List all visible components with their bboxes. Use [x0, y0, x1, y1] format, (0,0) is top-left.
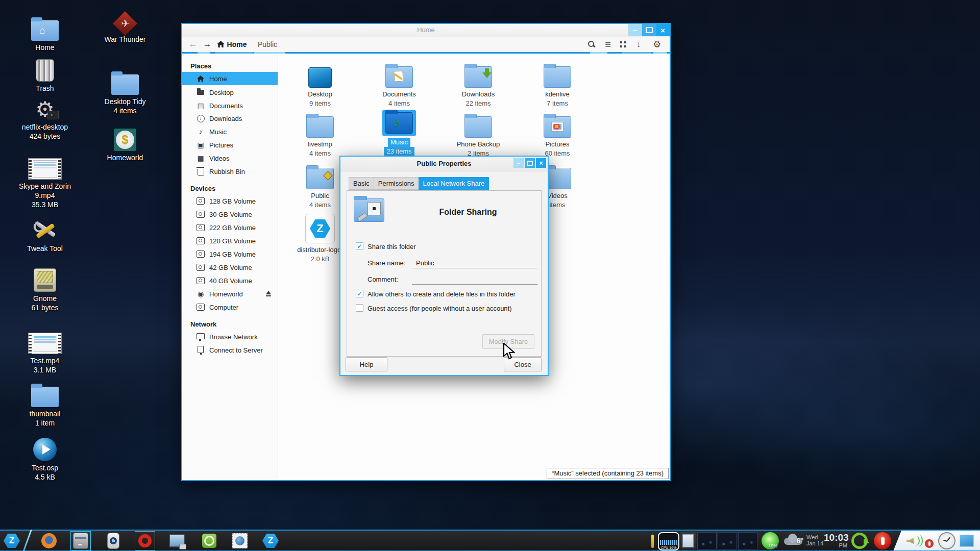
share-name-input[interactable]: Public: [416, 259, 434, 267]
desktop-icon-homeworld[interactable]: $ Homeworld: [87, 124, 163, 162]
file-livestmp[interactable]: livestmp 4 items: [287, 112, 353, 158]
sidebar-item-desktop[interactable]: Desktop: [182, 86, 278, 99]
window-thumbnail[interactable]: [680, 532, 696, 549]
folder-icon: [111, 74, 139, 95]
sidebar-item-videos[interactable]: ▦ Videos: [182, 152, 278, 165]
modify-share-button[interactable]: Modify Share: [482, 334, 534, 349]
desktop-icon-gnome[interactable]: Gnome 61 bytes: [7, 265, 83, 312]
sidebar-item-volume-42[interactable]: 42 GB Volume: [182, 261, 278, 274]
window-title: Home: [182, 26, 670, 34]
taskbar-zorin-app[interactable]: Z: [262, 532, 279, 549]
taskbar-opera[interactable]: [136, 532, 154, 549]
sidebar-item-volume-128[interactable]: 128 GB Volume: [182, 194, 278, 208]
grid-view-button[interactable]: [617, 37, 630, 52]
battery-indicator[interactable]: 16%: [762, 532, 779, 549]
logout-button[interactable]: [851, 533, 868, 549]
taskbar-firefox[interactable]: [40, 532, 58, 549]
fm-titlebar[interactable]: Home – ×: [182, 24, 670, 37]
file-manager-icon: [73, 533, 88, 549]
pencil-widget-icon[interactable]: [651, 535, 654, 548]
sidebar-item-pictures[interactable]: ▣ Pictures: [182, 138, 278, 152]
list-view-button[interactable]: ≡: [601, 37, 615, 52]
workspace-3[interactable]: [718, 532, 737, 549]
cpu-monitor-widget[interactable]: CPU 16%: [658, 532, 679, 550]
eject-icon[interactable]: [264, 290, 273, 298]
workspace-2[interactable]: [697, 532, 717, 549]
back-button[interactable]: ←: [186, 37, 200, 52]
sidebar-item-computer[interactable]: Computer: [182, 300, 278, 314]
show-desktop-button[interactable]: [960, 535, 974, 547]
desktop-icon-test-mp4[interactable]: Test.mp4 3.1 MB: [7, 328, 83, 374]
file-kdenlive[interactable]: kdenlive 7 items: [524, 62, 591, 108]
sidebar-item-documents[interactable]: ▤ Documents: [182, 99, 278, 112]
weather-widget[interactable]: 6°: [782, 535, 804, 546]
share-name-label: Share name:: [368, 259, 405, 267]
taskbar-date[interactable]: Wed Jan 14: [806, 534, 823, 546]
analog-clock-icon[interactable]: [938, 532, 955, 549]
sidebar-item-volume-40[interactable]: 40 GB Volume: [182, 274, 278, 287]
sidebar-item-browse-network[interactable]: Browse Network: [182, 330, 278, 343]
desktop-icon-netflix-desktop[interactable]: ⚙>_ netflix-desktop 424 bytes: [7, 94, 83, 141]
desktop-icon-tweak-tool[interactable]: Tweak Tool: [7, 215, 83, 253]
dialog-close-button[interactable]: ×: [536, 158, 546, 168]
file-desktop[interactable]: Desktop 9 items: [287, 62, 353, 108]
tab-basic[interactable]: Basic: [349, 177, 374, 190]
desktop-icon-trash[interactable]: Trash: [7, 55, 83, 93]
sidebar-item-homeworld-disc[interactable]: ◉ Homeworld: [182, 287, 278, 300]
workspace-4[interactable]: [738, 532, 757, 549]
file-music-selected[interactable]: ♪ Music 23 items: [366, 110, 432, 156]
folder-icon: [306, 168, 334, 189]
help-button[interactable]: Help: [346, 357, 387, 371]
download-emblem: [482, 72, 492, 86]
forward-button[interactable]: →: [201, 37, 214, 52]
file-pictures[interactable]: Pictures 60 items: [524, 112, 591, 158]
file-phone-backup[interactable]: Phone Backup 2 items: [445, 112, 511, 158]
desktop-icon-war-thunder[interactable]: ✈ War Thunder: [87, 6, 163, 44]
dialog-close-action-button[interactable]: Close: [504, 357, 542, 371]
taskbar-clock[interactable]: 10:03 PM: [824, 533, 847, 548]
start-menu-button[interactable]: Z: [3, 532, 20, 549]
tab-local-network-share[interactable]: Local Network Share: [419, 177, 489, 190]
sidebar-item-music[interactable]: ♪ Music: [182, 125, 278, 138]
file-downloads[interactable]: Downloads 22 items: [445, 62, 511, 108]
desktop-icon-home[interactable]: ⌂ Home: [7, 14, 83, 52]
taskbar-thunderbird[interactable]: [231, 532, 249, 549]
mute-badge-icon[interactable]: [925, 539, 934, 548]
taskbar-file-manager[interactable]: [72, 532, 89, 549]
desktop-icon-skype-video[interactable]: Skype and Zorin 9.mp4 35.3 MB: [7, 153, 83, 209]
breadcrumb-public[interactable]: Public: [255, 37, 280, 52]
settings-button[interactable]: ⚙: [650, 37, 664, 52]
file-documents[interactable]: Documents 4 items: [366, 62, 432, 108]
sidebar-item-connect-to-server[interactable]: Connect to Server: [182, 343, 278, 357]
guest-access-checkbox[interactable]: [356, 304, 363, 312]
share-this-folder-checkbox[interactable]: ✓: [356, 242, 363, 250]
desktop-icon-desktop-tidy[interactable]: Desktop Tidy 4 items: [87, 68, 163, 115]
taskbar-camera-app[interactable]: [105, 532, 122, 549]
close-button[interactable]: ×: [656, 24, 670, 36]
sidebar-item-volume-30[interactable]: 30 GB Volume: [182, 208, 278, 221]
download-button[interactable]: ↓: [632, 37, 645, 52]
taskbar-screenshot-app[interactable]: [168, 532, 186, 549]
sidebar-item-downloads[interactable]: ↓ Downloads: [182, 112, 278, 125]
sidebar-item-volume-222[interactable]: 222 GB Volume: [182, 221, 278, 234]
desktop-icon-thumbnail[interactable]: thumbnail 1 item: [7, 381, 83, 428]
sidebar-item-volume-120[interactable]: 120 GB Volume: [182, 234, 278, 247]
dialog-maximize-button[interactable]: [525, 158, 535, 168]
list-view-icon: ≡: [605, 39, 611, 51]
allow-others-checkbox[interactable]: ✓: [356, 290, 363, 297]
tab-permissions[interactable]: Permissions: [374, 177, 419, 190]
minimize-button[interactable]: –: [628, 24, 642, 36]
sidebar-item-rubbish-bin[interactable]: Rubbish Bin: [182, 165, 278, 178]
breadcrumb-home[interactable]: Home: [225, 37, 249, 52]
sidebar-item-volume-194[interactable]: 194 GB Volume: [182, 247, 278, 261]
zorin-icon: Z: [262, 534, 279, 548]
taskbar-software-center[interactable]: [201, 532, 218, 549]
sidebar-item-home[interactable]: Home: [182, 72, 278, 85]
dialog-titlebar[interactable]: Public Properties – ×: [340, 157, 548, 171]
power-button[interactable]: [874, 532, 891, 549]
maximize-button[interactable]: [642, 24, 656, 36]
search-button[interactable]: [585, 37, 598, 52]
desktop-icon-test-osp[interactable]: Test.osp 4.5 kB: [7, 435, 83, 482]
dialog-minimize-button[interactable]: –: [513, 158, 524, 168]
dialog-window-controls: – ×: [513, 158, 546, 168]
